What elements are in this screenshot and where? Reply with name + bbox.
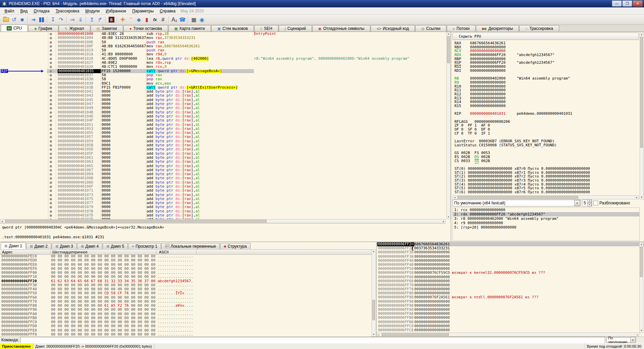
- tab-graph[interactable]: ♣График: [28, 25, 58, 32]
- dump-vscrollbar[interactable]: ▲ ▼: [372, 249, 376, 337]
- argument-row[interactable]: 5: [rsp+20] 0000000000000000: [453, 225, 639, 230]
- minimize-button[interactable]: —: [612, 0, 622, 7]
- disasm-row[interactable]: 00000000004010430000add byte ptr ds:[rax…: [0, 94, 446, 98]
- tab-struct[interactable]: ◆Структура: [220, 243, 251, 249]
- tab-call-stack[interactable]: ▣Стек вызовов: [211, 25, 254, 32]
- argument-row[interactable]: 2: rdx 000000000006FF20 "abcdefgh1234567…: [453, 212, 639, 216]
- run-to-user-code-icon[interactable]: ↱: [96, 16, 104, 23]
- disasm-row[interactable]: 00000000004010750000add byte ptr ds:[rax…: [0, 197, 446, 201]
- tab-seh[interactable]: §SEH: [254, 25, 278, 32]
- pause-icon[interactable]: [38, 16, 46, 23]
- stack-vscrollbar[interactable]: ▲ ▼: [639, 242, 643, 333]
- register-line[interactable]: RIP 0000000000401031 pe64demo.0000000000…: [454, 112, 638, 116]
- disasm-row[interactable]: 0000000000401031FF15 15200000call qword …: [0, 69, 446, 73]
- menu-Отладка[interactable]: Отладка: [31, 8, 52, 14]
- globe-icon[interactable]: ◉: [198, 16, 206, 23]
- register-line[interactable]: R15 0000000000000000: [454, 104, 638, 108]
- register-line[interactable]: RDI 0000000000000000: [454, 69, 638, 73]
- tab-dump1[interactable]: ▦Дамп 1: [1, 242, 26, 249]
- menu-Вид[interactable]: Вид: [17, 8, 31, 14]
- calculator-icon[interactable]: ▦: [190, 16, 198, 23]
- disasm-row[interactable]: 000000000040102A48:C7C1 00000000mov rcx,…: [0, 65, 446, 69]
- font-icon[interactable]: A₂: [170, 16, 178, 23]
- disasm-row[interactable]: 000000000040105F0000add byte ptr ds:[rax…: [0, 152, 446, 156]
- label-icon[interactable]: ◆: [135, 16, 143, 23]
- disasm-row[interactable]: 000000000040106F0000add byte ptr ds:[rax…: [0, 185, 446, 189]
- tab-cpu[interactable]: 64CPU: [1, 24, 28, 32]
- disasm-row[interactable]: 00000000004010690000add byte ptr ds:[rax…: [0, 172, 446, 176]
- tab-notes[interactable]: ▤Заметки: [91, 25, 123, 32]
- stack-row[interactable]: 000000000006FF380000000000000000: [377, 255, 644, 259]
- argument-row[interactable]: 4: r9 0000000000000000: [453, 221, 639, 225]
- disasm-row[interactable]: 00000000004010550000add byte ptr ds:[rax…: [0, 131, 446, 135]
- stack-row[interactable]: 000000000006FF300000000000000000: [377, 250, 644, 254]
- register-line[interactable]: LastStatus C0150008 (STATUS_SXS_KEY_NOT_…: [454, 143, 638, 147]
- stack-row[interactable]: 000000000006FFB80000000000000000: [377, 320, 644, 324]
- menu-Параметры[interactable]: Параметры: [129, 8, 157, 14]
- register-list[interactable]: RAX 6867666564636261RBX 0000000000000000…: [454, 41, 638, 195]
- argument-row[interactable]: 1: rcx 0000000000000000: [453, 208, 639, 212]
- disasm-row[interactable]: 00000000004010730000add byte ptr ds:[rax…: [0, 193, 446, 197]
- disasm-row[interactable]: 000000000040104F0000add byte ptr ds:[rax…: [0, 118, 446, 122]
- patch-icon[interactable]: ✚: [119, 16, 127, 23]
- tab-handles[interactable]: Дескрипторы: [476, 25, 519, 32]
- register-line[interactable]: CS 0033 SS 002B: [454, 159, 638, 163]
- skip-icon[interactable]: ⇓: [76, 16, 85, 23]
- disasm-row[interactable]: 00000000004010470000add byte ptr ds:[rax…: [0, 102, 446, 106]
- stack-row[interactable]: 000000000006FFB00000000000000000: [377, 316, 644, 320]
- argument-row[interactable]: 3: r8 0000000000402000 "Win64 assembly p…: [453, 216, 639, 221]
- disasm-row[interactable]: 000000000040103858pop rax: [0, 77, 446, 81]
- hide-fpu-button[interactable]: Скрыть FPU: [452, 33, 639, 40]
- maximize-button[interactable]: ❐: [622, 0, 632, 7]
- disasm-row[interactable]: 00000000004010590000add byte ptr ds:[rax…: [0, 139, 446, 143]
- disasm-row[interactable]: 000000000040100448:B8 3132333435363700mo…: [0, 36, 446, 40]
- step-over-icon[interactable]: ↷: [57, 16, 65, 23]
- disasm-vscrollbar[interactable]: ▲ ▼: [446, 32, 450, 219]
- command-input[interactable]: [20, 337, 605, 343]
- tab-dump2[interactable]: ▦Дамп 2: [26, 243, 51, 249]
- attach-icon[interactable]: ☎: [178, 16, 186, 23]
- tab-trace[interactable]: ∴Трассировка: [519, 25, 559, 32]
- registers-hscrollbar[interactable]: ◄ ►: [452, 195, 639, 199]
- disasm-row[interactable]: 000000000040105B0000add byte ptr ds:[rax…: [0, 143, 446, 147]
- comment-icon[interactable]: “: [127, 16, 135, 23]
- disasm-row[interactable]: 000000000040106D0000add byte ptr ds:[rax…: [0, 181, 446, 185]
- disasm-row[interactable]: 00000000004010450000add byte ptr ds:[rax…: [0, 98, 446, 102]
- script-icon[interactable]: S: [107, 16, 115, 23]
- tab-memory-map[interactable]: ▦Карта памяти: [168, 25, 211, 32]
- stack-row[interactable]: 000000000006FF580000000076CF59CDвозврат …: [377, 271, 644, 275]
- disasm-row[interactable]: 00000000004010510000add byte ptr ds:[rax…: [0, 123, 446, 127]
- disasm-row[interactable]: 00000000004010650000add byte ptr ds:[rax…: [0, 164, 446, 168]
- menu-Избранное[interactable]: Избранное: [103, 8, 129, 14]
- menu-Модули[interactable]: Модули: [82, 8, 103, 14]
- tab-threads[interactable]: »Потоки: [447, 25, 476, 32]
- function-icon[interactable]: fx: [151, 16, 159, 23]
- disasm-row[interactable]: 00000000004010630000add byte ptr ds:[rax…: [0, 160, 446, 164]
- arguments-list[interactable]: 1: rcx 00000000000000002: rdx 0000000000…: [452, 207, 640, 241]
- disasm-row[interactable]: 00000000004010204C:8D05 D90F0000lea r8,q…: [0, 57, 446, 61]
- disasm-row[interactable]: 000000000040104B0000add byte ptr ds:[rax…: [0, 110, 446, 114]
- restart-icon[interactable]: ↺: [10, 16, 18, 23]
- menu-Справка[interactable]: Справка: [157, 8, 178, 14]
- disasm-row[interactable]: 000000000040100F48:B8 6162636465666768mo…: [0, 44, 446, 48]
- tab-log[interactable]: ✎Журнал: [59, 25, 90, 32]
- tab-dump3[interactable]: ▦Дамп 3: [52, 243, 77, 249]
- registers-vscrollbar[interactable]: ▲ ▼: [640, 33, 644, 199]
- tab-watch1[interactable]: ∞Просмотр 1: [128, 243, 161, 249]
- disassembly-rows[interactable]: 000000000040100048:83EC 28sub rsp,28Entr…: [0, 32, 446, 219]
- disasm-row[interactable]: 000000000040100048:83EC 28sub rsp,28Entr…: [0, 32, 446, 36]
- disasm-hscrollbar[interactable]: ◄ ►: [0, 219, 446, 223]
- open-file-icon[interactable]: [2, 16, 10, 23]
- disasm-row[interactable]: 00000000004010710000add byte ptr ds:[rax…: [0, 189, 446, 193]
- close-button[interactable]: ✕: [633, 0, 643, 7]
- disasm-row[interactable]: 000000000040103BFF15 FB1F0000call qword …: [0, 86, 446, 90]
- disasm-row[interactable]: 00000000004010530000add byte ptr ds:[rax…: [0, 127, 446, 131]
- disasm-row[interactable]: 000000000040101950push rax: [0, 48, 446, 52]
- disasm-row[interactable]: 000000000040103758pop rax: [0, 73, 446, 77]
- tab-references[interactable]: ◎Ссылки: [415, 25, 446, 32]
- disasm-row[interactable]: 00000000004010610000add byte ptr ds:[rax…: [0, 156, 446, 160]
- register-line[interactable]: CF 0 TF 0 IF 1: [454, 132, 638, 136]
- step-out-icon[interactable]: ↥: [88, 16, 96, 23]
- stack-hscrollbar[interactable]: ◄ ►: [377, 333, 639, 337]
- tab-symbols[interactable]: ◉Отладочные символы: [312, 25, 370, 32]
